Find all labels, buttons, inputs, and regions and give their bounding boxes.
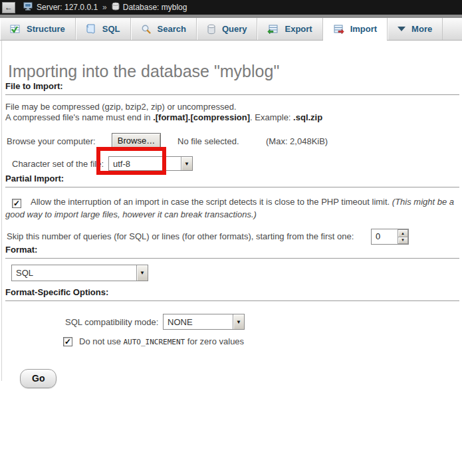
compression-note: File may be compressed (gzip, bzip2, zip…	[5, 102, 457, 123]
no-file-selected-text: No file selected.	[177, 136, 239, 146]
format-select[interactable]: SQL ▼	[11, 265, 148, 281]
sql-compatibility-value: NONE	[164, 314, 233, 329]
browse-row: Browse your computer: Browse… No file se…	[0, 132, 462, 156]
browse-button[interactable]: Browse…	[112, 133, 161, 148]
compression-line1: File may be compressed (gzip, bzip2, zip…	[5, 102, 237, 112]
tab-bar: Structure SQL Search Query	[0, 18, 462, 41]
tab-query[interactable]: Query	[197, 18, 258, 40]
tab-sql[interactable]: SQL	[76, 18, 131, 40]
server-icon	[23, 2, 33, 13]
dropdown-arrow-icon: ▼	[181, 157, 192, 170]
tab-import[interactable]: Import	[323, 18, 388, 40]
auto-increment-code: AUTO_INCREMENT	[124, 338, 185, 346]
sql-compatibility-select[interactable]: NONE ▼	[163, 314, 245, 330]
charset-select[interactable]: utf-8 ▼	[108, 156, 193, 171]
breadcrumb-bar: ← Server: 127.0.0.1 » Database: myblog	[0, 0, 462, 15]
skip-queries-value: 0	[372, 229, 398, 244]
allow-interruption-paragraph: ✓Allow the interruption of an import in …	[5, 195, 457, 221]
structure-icon	[10, 24, 21, 35]
content-left-border	[1, 41, 2, 381]
charset-label: Character set of the file:	[12, 159, 104, 169]
import-icon	[333, 24, 344, 35]
back-button[interactable]: ←	[2, 2, 15, 13]
compression-line2-mid: . Example:	[250, 112, 293, 122]
search-icon	[141, 24, 152, 35]
auto-increment-label-prefix: Do not use	[79, 336, 124, 346]
tab-structure[interactable]: Structure	[0, 18, 76, 40]
skip-queries-input[interactable]: 0 ▲ ▼	[371, 229, 409, 245]
tab-label: Structure	[27, 24, 65, 34]
tab-export[interactable]: Export	[257, 18, 322, 40]
tab-label: Search	[158, 24, 186, 34]
go-button[interactable]: Go	[20, 369, 57, 388]
tab-more[interactable]: More	[388, 18, 443, 40]
format-row: SQL ▼	[0, 265, 462, 287]
database-icon	[112, 2, 120, 13]
tab-label: More	[411, 24, 432, 34]
spinner-up-button[interactable]: ▲	[398, 229, 408, 237]
sql-compatibility-label: SQL compatibility mode:	[65, 317, 158, 327]
spinner: ▲ ▼	[398, 229, 408, 244]
breadcrumb-server-link[interactable]: Server: 127.0.0.1	[37, 3, 98, 12]
charset-select-value: utf-8	[109, 157, 181, 170]
format-select-value: SQL	[12, 265, 136, 281]
page-title: Importing into the database "myblog"	[8, 62, 462, 81]
allow-interruption-checkbox[interactable]: ✓	[12, 199, 21, 208]
section-heading-format-specific: Format-Specific Options:	[5, 287, 459, 301]
breadcrumb: Server: 127.0.0.1 » Database: myblog	[23, 2, 187, 13]
charset-row: Character set of the file: utf-8 ▼	[0, 156, 462, 174]
browse-label: Browse your computer:	[7, 136, 96, 146]
breadcrumb-separator: »	[101, 3, 108, 12]
auto-increment-label-suffix: for zero values	[185, 336, 244, 346]
skip-queries-row: Skip this number of queries (for SQL) or…	[0, 229, 462, 245]
max-upload-size-text: (Max: 2,048KiB)	[266, 136, 328, 146]
section-heading-partial-import: Partial Import:	[5, 174, 459, 187]
dropdown-arrow-icon: ▼	[136, 265, 148, 281]
compression-line2-prefix: A compressed file's name must end in	[5, 112, 153, 122]
query-icon	[207, 24, 216, 35]
tab-label: SQL	[102, 24, 120, 34]
dropdown-arrow-icon: ▼	[233, 314, 244, 329]
section-heading-format: Format:	[5, 245, 459, 259]
skip-queries-label: Skip this number of queries (for SQL) or…	[7, 231, 354, 241]
compression-example: .sql.zip	[293, 112, 322, 122]
tab-search[interactable]: Search	[131, 18, 197, 40]
allow-interruption-text: Allow the interruption of an import in c…	[31, 197, 392, 207]
tab-label: Query	[222, 24, 247, 34]
tab-label: Import	[350, 24, 377, 34]
auto-increment-row: ✓ Do not use AUTO_INCREMENT for zero val…	[63, 336, 462, 346]
auto-increment-checkbox[interactable]: ✓	[63, 337, 72, 346]
main-content: Importing into the database "myblog" Fil…	[0, 62, 462, 388]
spinner-down-button[interactable]: ▼	[398, 237, 408, 245]
section-heading-file-to-import: File to Import:	[5, 81, 459, 95]
sql-compatibility-row: SQL compatibility mode: NONE ▼	[0, 314, 462, 330]
chevron-down-icon	[398, 27, 405, 31]
tab-label: Export	[285, 24, 312, 34]
breadcrumb-database-link[interactable]: Database: myblog	[123, 3, 187, 12]
export-icon	[267, 24, 279, 35]
sql-icon	[86, 24, 96, 35]
compression-format-hint: .[format].[compression]	[153, 112, 250, 122]
auto-increment-label: Do not use AUTO_INCREMENT for zero value…	[79, 336, 244, 346]
